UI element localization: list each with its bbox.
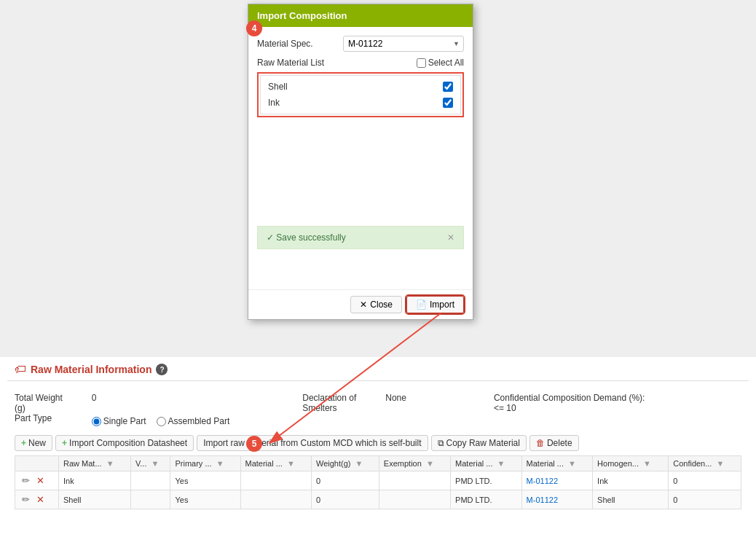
checkbox-ink[interactable] bbox=[443, 98, 453, 108]
confidential-value: <= 10 bbox=[494, 403, 645, 413]
cell-raw-mat: Shell bbox=[59, 490, 131, 509]
th-actions bbox=[15, 456, 59, 471]
row-actions: ✏ ✕ bbox=[15, 471, 59, 490]
filter-homogen[interactable]: ▼ bbox=[643, 459, 651, 468]
section-icon: 🏷 bbox=[15, 363, 26, 376]
th-raw-mat: Raw Mat... ▼ bbox=[59, 456, 131, 471]
th-v: V... ▼ bbox=[130, 456, 170, 471]
total-weight-value-group: 0 Single Part Assembled Part bbox=[92, 393, 229, 426]
edit-button[interactable]: ✏ bbox=[20, 474, 32, 487]
row-delete-icon: ✕ bbox=[36, 475, 44, 486]
import-composition-modal: Import Composition Material Spec. M-0112… bbox=[248, 4, 473, 320]
select-all-container[interactable]: Select All bbox=[417, 58, 464, 68]
help-icon[interactable]: ? bbox=[156, 364, 168, 375]
checkbox-item-shell: Shell bbox=[264, 79, 457, 95]
material-select[interactable]: M-01122 bbox=[343, 36, 464, 52]
checkbox-shell[interactable] bbox=[443, 82, 453, 92]
cell-confiden: 0 bbox=[669, 471, 741, 490]
smelters-label: Smelters bbox=[302, 403, 356, 413]
radio-assembled-label: Assembled Part bbox=[168, 416, 230, 426]
part-type-label: Part Type bbox=[15, 413, 63, 423]
checkbox-list: Shell Ink bbox=[260, 75, 461, 114]
toolbar: + New + Import Composition Datasheet Imp… bbox=[7, 431, 749, 455]
cell-confiden: 0 bbox=[669, 490, 741, 509]
filter-spec[interactable]: ▼ bbox=[568, 459, 576, 468]
delete-button[interactable]: 🗑 Delete bbox=[529, 435, 579, 451]
cell-raw-mat: Ink bbox=[59, 471, 131, 490]
copy-button[interactable]: ⧉ Copy Raw Material bbox=[431, 435, 527, 451]
filter-confiden[interactable]: ▼ bbox=[716, 459, 724, 468]
part-type-row: Single Part Assembled Part bbox=[92, 416, 229, 426]
import-label: Import bbox=[430, 299, 454, 310]
close-icon: ✕ bbox=[360, 299, 367, 310]
radio-single-input[interactable] bbox=[92, 417, 101, 426]
new-label: New bbox=[28, 438, 46, 448]
custom-mcd-button[interactable]: Import raw material from Custom MCD whic… bbox=[197, 435, 428, 451]
declaration-group: Declaration of Smelters bbox=[302, 393, 356, 426]
section-title: Raw Material Information bbox=[31, 364, 151, 375]
radio-assembled-input[interactable] bbox=[157, 417, 166, 426]
cell-v bbox=[130, 471, 170, 490]
table-body: ✏ ✕ Ink Yes 0 PMD LTD. M-01122 Ink 0 ✏ ✕… bbox=[15, 471, 741, 509]
confidential-group: Confidential Composition Demand (%): <= … bbox=[494, 393, 645, 426]
edit-icon: ✏ bbox=[22, 494, 30, 505]
filter-raw-mat[interactable]: ▼ bbox=[106, 459, 114, 468]
import-button[interactable]: 📄 Import bbox=[406, 296, 464, 313]
spec-link[interactable]: M-01122 bbox=[527, 477, 558, 485]
delete-icon: 🗑 bbox=[536, 438, 545, 448]
cell-supplier: PMD LTD. bbox=[451, 490, 522, 509]
filter-material-type[interactable]: ▼ bbox=[287, 459, 295, 468]
cell-v bbox=[130, 490, 170, 509]
select-all-checkbox[interactable] bbox=[417, 58, 426, 68]
cell-weight: 0 bbox=[312, 490, 379, 509]
cell-weight: 0 bbox=[312, 471, 379, 490]
import-file-icon: 📄 bbox=[416, 299, 427, 310]
radio-assembled-part[interactable]: Assembled Part bbox=[157, 416, 230, 426]
total-weight-label: Total Weight bbox=[15, 393, 63, 403]
cell-spec: M-01122 bbox=[521, 471, 593, 490]
raw-material-header: Raw Material List Select All bbox=[257, 58, 464, 68]
th-material-supplier: Material ... ▼ bbox=[451, 456, 522, 471]
radio-single-part[interactable]: Single Part bbox=[92, 416, 146, 426]
raw-material-list-label: Raw Material List bbox=[257, 58, 324, 68]
cell-homogen: Shell bbox=[593, 490, 669, 509]
cell-supplier: PMD LTD. bbox=[451, 471, 522, 490]
row-delete-button[interactable]: ✕ bbox=[34, 474, 47, 487]
filter-primary[interactable]: ▼ bbox=[216, 459, 224, 468]
custom-mcd-label: Import raw material from Custom MCD whic… bbox=[203, 438, 421, 448]
copy-label: Copy Raw Material bbox=[446, 438, 520, 448]
cell-primary: Yes bbox=[170, 471, 240, 490]
th-weight: Weight(g) ▼ bbox=[312, 456, 379, 471]
edit-button[interactable]: ✏ bbox=[20, 493, 32, 506]
radio-single-label: Single Part bbox=[103, 416, 146, 426]
row-actions: ✏ ✕ bbox=[15, 490, 59, 509]
close-label: Close bbox=[370, 299, 393, 310]
new-button[interactable]: + New bbox=[15, 435, 52, 451]
success-close[interactable]: ✕ bbox=[447, 232, 454, 243]
th-exemption: Exemption ▼ bbox=[379, 456, 450, 471]
filter-v[interactable]: ▼ bbox=[151, 459, 160, 468]
row-delete-button[interactable]: ✕ bbox=[34, 493, 47, 506]
filter-supplier[interactable]: ▼ bbox=[497, 459, 505, 468]
checkbox-list-highlight: Shell Ink bbox=[257, 72, 464, 117]
material-select-wrapper[interactable]: M-01122 bbox=[343, 36, 464, 52]
filter-weight[interactable]: ▼ bbox=[355, 459, 363, 468]
th-primary: Primary ... ▼ bbox=[170, 456, 240, 471]
cell-material-type bbox=[240, 471, 312, 490]
copy-icon: ⧉ bbox=[438, 438, 444, 448]
modal-body: Material Spec. M-01122 Raw Material List… bbox=[248, 27, 473, 289]
import-datasheet-button[interactable]: + Import Composition Datasheet bbox=[55, 435, 194, 451]
step-4-badge: 4 bbox=[246, 20, 262, 36]
modal-title: Import Composition bbox=[257, 10, 347, 21]
modal-header: Import Composition bbox=[248, 4, 473, 27]
close-button[interactable]: ✕ Close bbox=[350, 296, 402, 313]
item-label-ink: Ink bbox=[268, 98, 280, 108]
cell-exemption bbox=[379, 490, 450, 509]
info-rows: Total Weight (g) Part Type 0 Single Part… bbox=[7, 388, 749, 431]
raw-material-section: 🏷 Raw Material Information ? Total Weigh… bbox=[0, 357, 756, 509]
th-confiden: Confiden... ▼ bbox=[669, 456, 741, 471]
filter-exemption[interactable]: ▼ bbox=[426, 459, 434, 468]
spec-link[interactable]: M-01122 bbox=[527, 496, 558, 504]
select-all-label: Select All bbox=[428, 58, 464, 68]
th-homogen: Homogen... ▼ bbox=[593, 456, 669, 471]
